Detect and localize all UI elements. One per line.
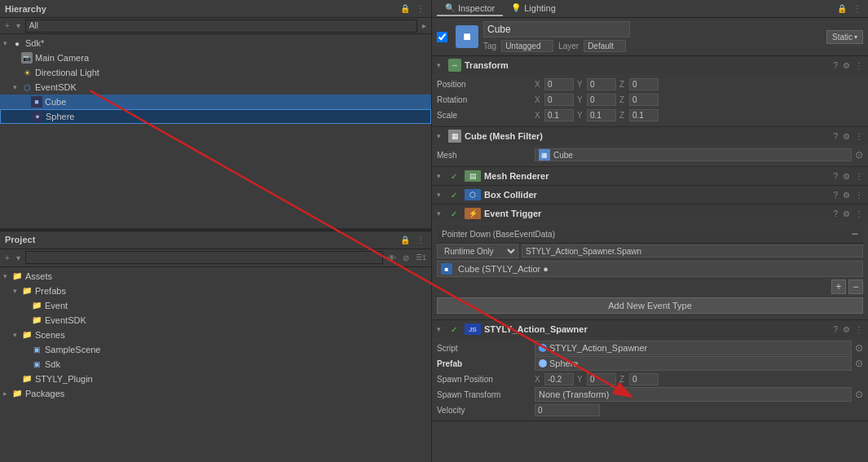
spawn-transform-circle-icon[interactable]: ⊙ <box>855 389 863 400</box>
project-menu-icon[interactable]: ⋮ <box>415 235 426 245</box>
spawn-pos-x-input[interactable] <box>544 373 574 385</box>
transform-header[interactable]: ▾ ↔ Transform ? ⚙ ⋮ <box>432 56 868 74</box>
mesh-label: Mesh <box>437 151 535 160</box>
hierarchy-resize-bar[interactable] <box>0 228 431 231</box>
project-eye-icon[interactable]: 👁 <box>386 253 398 263</box>
velocity-input[interactable] <box>535 404 600 416</box>
project-search-input[interactable] <box>25 251 383 264</box>
project-item-scenes[interactable]: ▾ 📁 Scenes <box>0 328 431 342</box>
remove-handler-btn[interactable]: − <box>848 279 863 294</box>
event-trigger-settings-icon[interactable]: ⚙ <box>843 209 850 218</box>
hierarchy-item-main-camera[interactable]: 📷 Main Camera <box>0 51 431 65</box>
go-active-checkbox[interactable] <box>437 32 447 42</box>
styly-header[interactable]: ▾ ✓ JS STYLY_Action_Spawner ? ⚙ ⋮ <box>432 320 868 338</box>
project-filter-icon[interactable]: ⊘ <box>401 253 411 263</box>
scale-x-input[interactable] <box>544 109 574 121</box>
box-collider-header[interactable]: ▾ ✓ ⬡ Box Collider ? ⚙ ⋮ <box>432 186 868 204</box>
project-item-eventsdk-proj[interactable]: 📁 EventSDK <box>0 313 431 328</box>
project-chevron-icon[interactable]: ▾ <box>15 253 22 263</box>
static-button[interactable]: Static ▾ <box>826 30 863 44</box>
go-name-input[interactable] <box>483 21 630 37</box>
hierarchy-item-sdk[interactable]: ▾ ● Sdk* <box>0 36 431 51</box>
hierarchy-item-eventsdk[interactable]: ▾ ⬡ EventSDK <box>0 80 431 95</box>
script-dot-icon <box>539 344 547 352</box>
spawn-pos-y-input[interactable] <box>587 373 616 385</box>
hierarchy-item-directional-light[interactable]: ☀ Directional Light <box>0 65 431 80</box>
event-trigger-menu-icon[interactable]: ⋮ <box>855 209 863 218</box>
scale-z-input[interactable] <box>629 109 659 121</box>
spawn-transform-field: None (Transform) <box>535 387 852 402</box>
project-lock-icon[interactable]: 🔒 <box>399 235 412 245</box>
inspector-lock-icon[interactable]: 🔒 <box>835 3 848 14</box>
box-collider-checkbox[interactable]: ✓ <box>448 188 461 201</box>
add-new-event-type-button[interactable]: Add New Event Type <box>437 297 863 314</box>
hierarchy-add-icon[interactable]: + <box>3 20 11 31</box>
styly-menu-icon[interactable]: ⋮ <box>855 325 863 334</box>
project-panel-header: Project 🔒 ⋮ <box>0 231 431 249</box>
project-item-samplescene[interactable]: ▣ SampleScene <box>0 342 431 357</box>
project-item-prefabs[interactable]: ▾ 📁 Prefabs <box>0 284 431 298</box>
add-handler-btn[interactable]: + <box>831 279 846 294</box>
tag-dropdown[interactable]: Untagged <box>501 40 553 52</box>
scenes-arrow: ▾ <box>13 331 20 339</box>
mesh-filter-settings-icon[interactable]: ⚙ <box>843 132 850 141</box>
hierarchy-chevron-icon[interactable]: ▾ <box>15 20 22 31</box>
event-trigger-checkbox[interactable]: ✓ <box>448 207 461 220</box>
layer-dropdown[interactable]: Default <box>584 40 626 52</box>
project-item-event[interactable]: 📁 Event <box>0 298 431 313</box>
transform-menu-icon[interactable]: ⋮ <box>855 61 863 70</box>
project-item-assets[interactable]: ▾ 📁 Assets <box>0 269 431 284</box>
camera-label: Main Camera <box>35 53 89 63</box>
hierarchy-item-cube[interactable]: ■ Cube <box>0 95 431 109</box>
position-z-input[interactable] <box>629 78 659 90</box>
mesh-renderer-menu-icon[interactable]: ⋮ <box>855 172 863 181</box>
tab-lighting[interactable]: 💡 Lighting <box>503 2 564 16</box>
styly-settings-icon[interactable]: ⚙ <box>843 325 850 334</box>
box-collider-help-icon[interactable]: ? <box>833 191 838 200</box>
prefab-circle-icon[interactable]: ⊙ <box>855 358 863 369</box>
event-trigger-header[interactable]: ▾ ✓ ⚡ Event Trigger ? ⚙ ⋮ <box>432 205 868 222</box>
inspector-header-icons: 🔒 ⋮ <box>835 3 863 14</box>
project-item-styly-plugin[interactable]: 📁 STYLY_Plugin <box>0 372 431 386</box>
box-collider-settings-icon[interactable]: ⚙ <box>843 191 850 200</box>
transform-settings-icon[interactable]: ⚙ <box>843 61 850 70</box>
spawn-pos-z-input[interactable] <box>629 373 659 385</box>
mesh-filter-header[interactable]: ▾ ▦ Cube (Mesh Filter) ? ⚙ ⋮ <box>432 127 868 145</box>
hierarchy-item-sphere[interactable]: ● Sphere <box>0 109 431 124</box>
hierarchy-lock-icon[interactable]: 🔒 <box>399 3 412 14</box>
project-view-icon[interactable]: ☰1 <box>414 253 428 262</box>
mesh-renderer-header[interactable]: ▾ ✓ ▤ Mesh Renderer ? ⚙ ⋮ <box>432 167 868 185</box>
rotation-x-input[interactable] <box>544 94 574 106</box>
mesh-renderer-settings-icon[interactable]: ⚙ <box>843 172 850 181</box>
styly-help-icon[interactable]: ? <box>833 325 838 334</box>
rotation-y-input[interactable] <box>587 94 616 106</box>
project-item-sdk-scene[interactable]: ▣ Sdk <box>0 357 431 372</box>
event-trigger-help-icon[interactable]: ? <box>833 209 838 218</box>
position-y-input[interactable] <box>587 78 616 90</box>
spawn-transform-label: Spawn Transform <box>437 390 535 399</box>
project-add-icon[interactable]: + <box>3 253 11 263</box>
mesh-circle-icon[interactable]: ⊙ <box>855 149 863 161</box>
mesh-filter-menu-icon[interactable]: ⋮ <box>855 132 863 141</box>
inspector-menu-icon[interactable]: ⋮ <box>852 3 863 14</box>
mesh-renderer-checkbox[interactable]: ✓ <box>448 169 461 183</box>
styly-action-spawner-section: ▾ ✓ JS STYLY_Action_Spawner ? ⚙ ⋮ Sc <box>432 320 868 421</box>
pointer-down-remove-btn[interactable]: − <box>852 227 858 240</box>
scale-y-input[interactable] <box>587 109 616 121</box>
box-collider-expand-icon: ▾ <box>437 191 445 199</box>
go-header: ■ Tag Untagged Layer Default <box>432 18 868 56</box>
runtime-only-select[interactable]: Runtime Only <box>437 244 518 258</box>
script-circle-icon[interactable]: ⊙ <box>855 342 863 354</box>
mesh-renderer-help-icon[interactable]: ? <box>833 172 838 181</box>
box-collider-menu-icon[interactable]: ⋮ <box>855 191 863 200</box>
rotation-z-input[interactable] <box>629 94 659 106</box>
hierarchy-menu-icon[interactable]: ⋮ <box>415 3 426 14</box>
styly-checkbox[interactable]: ✓ <box>448 323 461 336</box>
tab-inspector[interactable]: 🔍 Inspector <box>437 2 503 16</box>
transform-help-icon[interactable]: ? <box>833 61 838 70</box>
position-x-input[interactable] <box>544 78 574 90</box>
hierarchy-search-input[interactable] <box>25 20 417 33</box>
mesh-filter-help-icon[interactable]: ? <box>833 132 838 141</box>
project-item-packages[interactable]: ▸ 📁 Packages <box>0 386 431 401</box>
hierarchy-collapse-icon[interactable]: ▸ <box>421 20 428 31</box>
